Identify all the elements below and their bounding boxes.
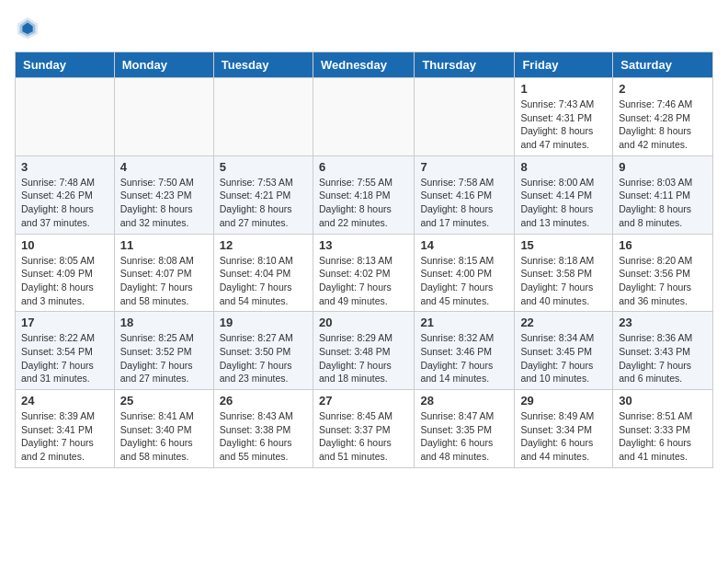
calendar-cell: 23Sunrise: 8:36 AM Sunset: 3:43 PM Dayli… <box>613 312 713 390</box>
day-info: Sunrise: 7:48 AM Sunset: 4:26 PM Dayligh… <box>21 176 108 230</box>
calendar-cell: 8Sunrise: 8:00 AM Sunset: 4:14 PM Daylig… <box>515 155 613 234</box>
calendar-cell: 13Sunrise: 8:13 AM Sunset: 4:02 PM Dayli… <box>313 234 414 312</box>
day-number: 16 <box>619 238 707 252</box>
day-number: 22 <box>520 316 607 329</box>
day-number: 1 <box>520 82 607 96</box>
weekday-header-thursday: Thursday <box>415 52 515 78</box>
calendar-cell: 27Sunrise: 8:45 AM Sunset: 3:37 PM Dayli… <box>313 390 414 468</box>
calendar-cell: 28Sunrise: 8:47 AM Sunset: 3:35 PM Dayli… <box>415 390 515 468</box>
day-number: 11 <box>120 238 208 252</box>
calendar-cell: 10Sunrise: 8:05 AM Sunset: 4:09 PM Dayli… <box>16 234 115 312</box>
calendar-cell: 2Sunrise: 7:46 AM Sunset: 4:28 PM Daylig… <box>613 78 713 156</box>
day-info: Sunrise: 8:32 AM Sunset: 3:46 PM Dayligh… <box>420 331 508 385</box>
calendar-cell: 6Sunrise: 7:55 AM Sunset: 4:18 PM Daylig… <box>313 155 414 234</box>
calendar-cell: 9Sunrise: 8:03 AM Sunset: 4:11 PM Daylig… <box>613 155 713 234</box>
day-number: 5 <box>220 160 307 174</box>
day-info: Sunrise: 8:10 AM Sunset: 4:04 PM Dayligh… <box>220 254 307 308</box>
day-info: Sunrise: 8:20 AM Sunset: 3:56 PM Dayligh… <box>619 254 707 308</box>
calendar-cell <box>213 78 313 156</box>
calendar-cell: 5Sunrise: 7:53 AM Sunset: 4:21 PM Daylig… <box>213 155 313 234</box>
calendar-cell: 19Sunrise: 8:27 AM Sunset: 3:50 PM Dayli… <box>213 312 313 390</box>
calendar-cell: 14Sunrise: 8:15 AM Sunset: 4:00 PM Dayli… <box>415 234 515 312</box>
logo-icon <box>15 15 40 40</box>
weekday-header-saturday: Saturday <box>613 52 713 78</box>
day-info: Sunrise: 8:39 AM Sunset: 3:41 PM Dayligh… <box>21 409 108 464</box>
calendar-cell: 21Sunrise: 8:32 AM Sunset: 3:46 PM Dayli… <box>415 312 515 390</box>
day-info: Sunrise: 8:29 AM Sunset: 3:48 PM Dayligh… <box>319 331 408 385</box>
day-info: Sunrise: 7:46 AM Sunset: 4:28 PM Dayligh… <box>619 98 707 152</box>
day-number: 13 <box>319 238 408 252</box>
day-number: 26 <box>220 394 307 408</box>
weekday-header-row: SundayMondayTuesdayWednesdayThursdayFrid… <box>16 52 713 78</box>
day-info: Sunrise: 8:08 AM Sunset: 4:07 PM Dayligh… <box>120 254 208 308</box>
day-info: Sunrise: 8:36 AM Sunset: 3:43 PM Dayligh… <box>619 331 707 385</box>
day-number: 27 <box>319 394 408 408</box>
calendar: SundayMondayTuesdayWednesdayThursdayFrid… <box>15 52 713 468</box>
day-number: 28 <box>420 394 508 408</box>
day-number: 20 <box>319 316 408 329</box>
calendar-cell: 1Sunrise: 7:43 AM Sunset: 4:31 PM Daylig… <box>515 78 613 156</box>
day-info: Sunrise: 8:51 AM Sunset: 3:33 PM Dayligh… <box>619 409 707 464</box>
calendar-cell <box>16 78 115 156</box>
calendar-cell: 7Sunrise: 7:58 AM Sunset: 4:16 PM Daylig… <box>415 155 515 234</box>
weekday-header-tuesday: Tuesday <box>213 52 313 78</box>
day-info: Sunrise: 7:53 AM Sunset: 4:21 PM Dayligh… <box>220 176 307 230</box>
day-info: Sunrise: 7:58 AM Sunset: 4:16 PM Dayligh… <box>420 176 508 230</box>
day-info: Sunrise: 8:22 AM Sunset: 3:54 PM Dayligh… <box>21 331 108 385</box>
day-number: 15 <box>520 238 607 252</box>
calendar-cell <box>114 78 213 156</box>
day-info: Sunrise: 8:05 AM Sunset: 4:09 PM Dayligh… <box>21 254 108 308</box>
day-number: 19 <box>220 316 307 329</box>
day-info: Sunrise: 8:18 AM Sunset: 3:58 PM Dayligh… <box>520 254 607 308</box>
calendar-cell: 26Sunrise: 8:43 AM Sunset: 3:38 PM Dayli… <box>213 390 313 468</box>
day-number: 12 <box>220 238 307 252</box>
calendar-cell: 30Sunrise: 8:51 AM Sunset: 3:33 PM Dayli… <box>613 390 713 468</box>
day-number: 25 <box>120 394 208 408</box>
day-info: Sunrise: 7:50 AM Sunset: 4:23 PM Dayligh… <box>120 176 208 230</box>
calendar-week-2: 3Sunrise: 7:48 AM Sunset: 4:26 PM Daylig… <box>16 155 713 234</box>
calendar-week-5: 24Sunrise: 8:39 AM Sunset: 3:41 PM Dayli… <box>16 390 713 468</box>
weekday-header-monday: Monday <box>114 52 213 78</box>
day-info: Sunrise: 8:34 AM Sunset: 3:45 PM Dayligh… <box>520 331 607 385</box>
calendar-cell: 18Sunrise: 8:25 AM Sunset: 3:52 PM Dayli… <box>114 312 213 390</box>
day-info: Sunrise: 8:45 AM Sunset: 3:37 PM Dayligh… <box>319 409 408 464</box>
calendar-cell: 15Sunrise: 8:18 AM Sunset: 3:58 PM Dayli… <box>515 234 613 312</box>
day-number: 21 <box>420 316 508 329</box>
header <box>15 15 713 40</box>
calendar-week-4: 17Sunrise: 8:22 AM Sunset: 3:54 PM Dayli… <box>16 312 713 390</box>
day-number: 23 <box>619 316 707 329</box>
day-info: Sunrise: 8:25 AM Sunset: 3:52 PM Dayligh… <box>120 331 208 385</box>
calendar-cell: 3Sunrise: 7:48 AM Sunset: 4:26 PM Daylig… <box>16 155 115 234</box>
day-info: Sunrise: 8:00 AM Sunset: 4:14 PM Dayligh… <box>520 176 607 230</box>
day-info: Sunrise: 7:55 AM Sunset: 4:18 PM Dayligh… <box>319 176 408 230</box>
weekday-header-friday: Friday <box>515 52 613 78</box>
day-number: 14 <box>420 238 508 252</box>
day-info: Sunrise: 8:13 AM Sunset: 4:02 PM Dayligh… <box>319 254 408 308</box>
calendar-cell: 22Sunrise: 8:34 AM Sunset: 3:45 PM Dayli… <box>515 312 613 390</box>
day-number: 4 <box>120 160 208 174</box>
day-number: 9 <box>619 160 707 174</box>
calendar-cell <box>313 78 414 156</box>
day-info: Sunrise: 8:41 AM Sunset: 3:40 PM Dayligh… <box>120 409 208 464</box>
calendar-cell: 20Sunrise: 8:29 AM Sunset: 3:48 PM Dayli… <box>313 312 414 390</box>
day-number: 18 <box>120 316 208 329</box>
day-number: 29 <box>520 394 607 408</box>
day-info: Sunrise: 8:49 AM Sunset: 3:34 PM Dayligh… <box>520 409 607 464</box>
day-info: Sunrise: 7:43 AM Sunset: 4:31 PM Dayligh… <box>520 98 607 152</box>
calendar-cell: 25Sunrise: 8:41 AM Sunset: 3:40 PM Dayli… <box>114 390 213 468</box>
day-number: 10 <box>21 238 108 252</box>
day-number: 7 <box>420 160 508 174</box>
calendar-cell: 4Sunrise: 7:50 AM Sunset: 4:23 PM Daylig… <box>114 155 213 234</box>
day-info: Sunrise: 8:27 AM Sunset: 3:50 PM Dayligh… <box>220 331 307 385</box>
weekday-header-sunday: Sunday <box>16 52 115 78</box>
calendar-week-3: 10Sunrise: 8:05 AM Sunset: 4:09 PM Dayli… <box>16 234 713 312</box>
day-info: Sunrise: 8:03 AM Sunset: 4:11 PM Dayligh… <box>619 176 707 230</box>
calendar-cell: 11Sunrise: 8:08 AM Sunset: 4:07 PM Dayli… <box>114 234 213 312</box>
calendar-cell: 16Sunrise: 8:20 AM Sunset: 3:56 PM Dayli… <box>613 234 713 312</box>
day-number: 6 <box>319 160 408 174</box>
day-info: Sunrise: 8:47 AM Sunset: 3:35 PM Dayligh… <box>420 409 508 464</box>
calendar-week-1: 1Sunrise: 7:43 AM Sunset: 4:31 PM Daylig… <box>16 78 713 156</box>
day-number: 8 <box>520 160 607 174</box>
logo <box>15 15 44 40</box>
calendar-cell: 12Sunrise: 8:10 AM Sunset: 4:04 PM Dayli… <box>213 234 313 312</box>
